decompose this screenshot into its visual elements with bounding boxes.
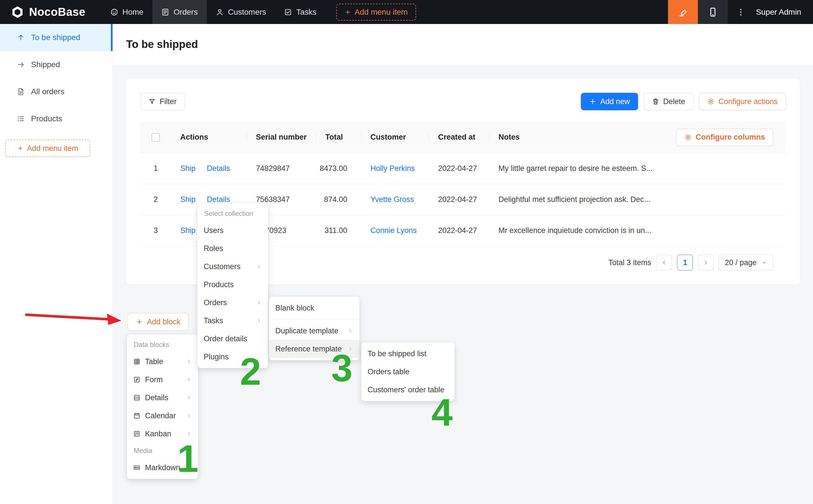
sidebar-item-label: Shipped (31, 60, 60, 69)
customer-cell: Holly Perkins (361, 153, 429, 184)
topnav-right: Super Admin (668, 0, 813, 24)
menu-item-roles[interactable]: Roles (197, 239, 268, 257)
filter-button-label: Filter (160, 97, 177, 106)
menu-item-calendar[interactable]: Calendar (127, 407, 198, 425)
user-icon (216, 8, 224, 16)
configure-actions-button[interactable]: Configure actions (699, 93, 786, 110)
gear-icon (707, 98, 715, 105)
add-block-button[interactable]: Add block (128, 313, 189, 331)
topnav-add-menu-item-button[interactable]: Add menu item (336, 4, 416, 21)
add-block-label: Add block (147, 318, 181, 326)
annotation-step-3: 3 (331, 349, 352, 387)
menu-item-label: To be shipped list (368, 349, 448, 358)
menu-divider (269, 319, 359, 320)
mobile-preview-button[interactable] (698, 0, 728, 24)
menu-item-customers[interactable]: Customers (197, 257, 268, 276)
sidebar: To be shipped Shipped All orders Product… (0, 24, 113, 504)
select-all-checkbox[interactable] (151, 133, 160, 142)
menu-item-label: Roles (204, 244, 262, 253)
total-cell: 311.00 (316, 215, 361, 246)
annotation-step-2: 2 (240, 353, 261, 391)
nav-item-label: Orders (173, 8, 198, 17)
chevron-right-icon (186, 359, 192, 364)
plus-icon (345, 9, 351, 15)
ship-link[interactable]: Ship (180, 195, 195, 204)
nav-item-home[interactable]: Home (101, 0, 153, 24)
nav-item-label: Home (122, 8, 144, 17)
pagination-next-button[interactable] (698, 255, 714, 270)
chevron-right-icon (256, 300, 262, 305)
add-block-row: Add block (128, 313, 189, 331)
filter-button[interactable]: Filter (140, 93, 185, 110)
chevron-right-icon (256, 318, 262, 323)
column-header-actions: Actions (171, 122, 247, 153)
details-link[interactable]: Details (207, 195, 230, 204)
plus-icon (17, 145, 23, 151)
menu-item-label: Form (145, 375, 182, 384)
add-new-button-label: Add new (600, 97, 630, 106)
menu-item-blank-block[interactable]: Blank block (269, 299, 359, 317)
ship-link[interactable]: Ship (180, 226, 195, 235)
pagination-prev-button[interactable] (656, 255, 672, 270)
menu-item-label: Tasks (204, 316, 252, 325)
configure-columns-button[interactable]: Configure columns (676, 129, 773, 146)
menu-item-label: Orders table (368, 367, 448, 376)
column-header-customer: Customer (361, 122, 429, 153)
mobile-icon (708, 7, 718, 17)
customer-link[interactable]: Connie Lyons (370, 226, 417, 235)
menu-item-orders[interactable]: Orders (197, 294, 268, 312)
menu-item-label: Users (204, 226, 262, 235)
sidebar-add-menu-item-label: Add menu item (27, 144, 78, 153)
notes-cell: Mr excellence inquietude conviction is i… (489, 215, 786, 246)
customer-link[interactable]: Yvette Gross (370, 195, 414, 204)
chevron-right-icon (186, 413, 192, 419)
sidebar-item-to-be-shipped[interactable]: To be shipped (0, 24, 113, 51)
menu-item-label: Kanban (145, 430, 182, 438)
check-square-icon (284, 8, 292, 16)
sidebar-item-products[interactable]: Products (0, 105, 113, 132)
nocobase-app: NocoBase Home Orders Customers Tasks (0, 0, 813, 504)
brand[interactable]: NocoBase (0, 5, 101, 19)
kebab-icon (736, 8, 745, 17)
customer-link[interactable]: Holly Perkins (370, 164, 415, 173)
sidebar-add-menu-item-button[interactable]: Add menu item (5, 140, 90, 157)
menu-item-products[interactable]: Products (197, 276, 268, 294)
user-menu[interactable]: Super Admin (754, 8, 813, 17)
menu-item-tasks[interactable]: Tasks (197, 312, 268, 330)
smile-icon (110, 8, 118, 16)
markdown-icon (133, 464, 140, 471)
menu-item-order-details[interactable]: Order details (197, 330, 268, 348)
chevron-left-icon (661, 259, 667, 266)
ui-editor-button[interactable] (668, 0, 698, 24)
nav-item-customers[interactable]: Customers (207, 0, 275, 24)
more-menu-button[interactable] (728, 0, 754, 24)
delete-button[interactable]: Delete (644, 93, 693, 110)
created-at-cell: 2022-04-27 (429, 184, 489, 215)
nav-item-tasks[interactable]: Tasks (275, 0, 326, 24)
menu-item-to-be-shipped-list[interactable]: To be shipped list (361, 345, 454, 363)
menu-item-users[interactable]: Users (197, 221, 268, 239)
calendar-icon (133, 412, 140, 419)
add-new-button[interactable]: Add new (581, 93, 638, 110)
menu-item-label: Duplicate template (275, 327, 343, 335)
select-all-cell (140, 122, 171, 153)
sidebar-item-all-orders[interactable]: All orders (0, 78, 113, 105)
ship-link[interactable]: Ship (180, 164, 195, 173)
menu-item-orders-table[interactable]: Orders table (361, 363, 454, 381)
top-navbar: NocoBase Home Orders Customers Tasks (0, 0, 813, 24)
configure-columns-label: Configure columns (696, 133, 765, 142)
total-cell: 874.00 (316, 184, 361, 215)
chevron-right-icon (186, 377, 192, 382)
menu-item-details[interactable]: Details (127, 389, 198, 407)
page-size-select[interactable]: 20 / page (719, 255, 773, 270)
nav-item-orders[interactable]: Orders (152, 0, 207, 24)
configure-actions-label: Configure actions (718, 97, 778, 106)
sidebar-item-shipped[interactable]: Shipped (0, 51, 113, 78)
pagination-page-1[interactable]: 1 (677, 255, 693, 270)
menu-item-label: Customers (204, 262, 252, 271)
menu-item-form[interactable]: Form (127, 371, 198, 389)
menu-item-duplicate-template[interactable]: Duplicate template (269, 322, 359, 340)
menu-item-label: Details (145, 393, 182, 402)
menu-item-table[interactable]: Table (127, 353, 198, 371)
details-link[interactable]: Details (207, 164, 230, 173)
